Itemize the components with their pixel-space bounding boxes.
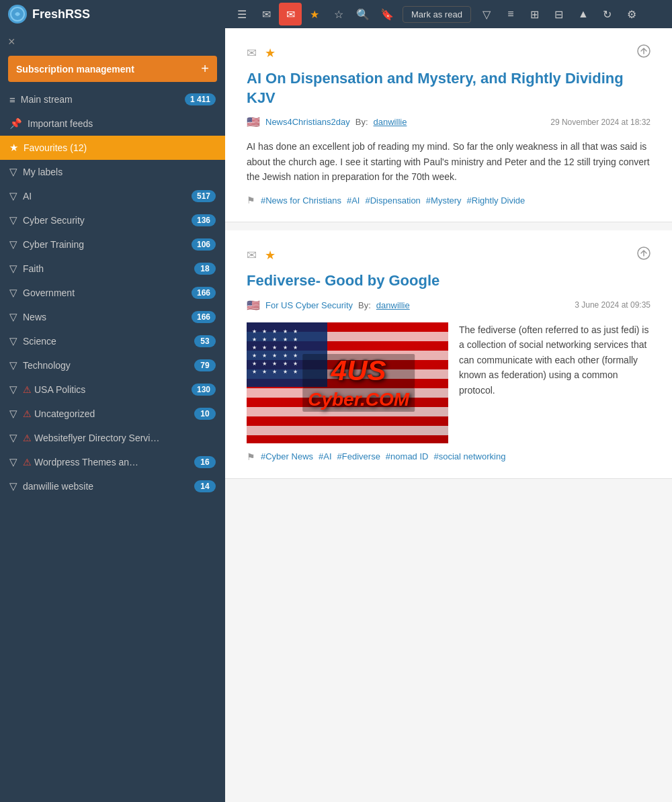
article-tag-link[interactable]: #nomad ID	[386, 451, 429, 461]
article-star-button[interactable]: ★	[265, 248, 276, 263]
sidebar-item-label: Government	[23, 287, 192, 298]
sidebar-item-usa-politics[interactable]: ▽ ⚠ USA Politics 130	[0, 377, 225, 402]
all-articles-button[interactable]: ✉	[255, 3, 278, 26]
article-actions: ✉ ★	[247, 247, 650, 263]
sidebar-item-technology[interactable]: ▽ Technology 79	[0, 353, 225, 377]
app-logo[interactable]: FreshRSS	[0, 0, 225, 28]
alert-button[interactable]: ▲	[572, 3, 595, 26]
toolbar: FreshRSS ☰ ✉ ✉ ★ ☆ 🔍 🔖 Mark as read ▽ ≡ …	[0, 0, 672, 28]
article-author-link[interactable]: danwillie	[376, 300, 410, 310]
danwillie-badge: 14	[194, 480, 216, 492]
article-meta: 🇺🇸 For US Cyber Security By: danwillie 3…	[247, 299, 650, 312]
article-separator	[225, 222, 672, 230]
article-top-left: ✉ ★	[247, 46, 276, 60]
tags-button[interactable]: 🔖	[376, 3, 398, 26]
article-card: ✉ ★ AI On Dispensation and Mystery, and …	[225, 28, 672, 222]
article-content-with-image: ★ ★ ★ ★ ★★ ★ ★ ★ ★★ ★ ★ ★ ★★ ★ ★ ★ ★★ ★ …	[247, 322, 650, 451]
mark-as-read-button[interactable]: Mark as read	[403, 6, 471, 23]
dropdown-icon: ▽	[9, 190, 17, 202]
filter-button[interactable]: ▽	[475, 3, 498, 26]
sidebar-item-news[interactable]: ▽ News 166	[0, 305, 225, 329]
article-by-label: By:	[355, 117, 368, 127]
sidebar-item-ai[interactable]: ▽ AI 517	[0, 184, 225, 208]
list-view-button[interactable]: ☰	[230, 3, 253, 26]
article-source-link[interactable]: For US Cyber Security	[265, 300, 353, 310]
content-area: ✉ ★ AI On Dispensation and Mystery, and …	[225, 28, 672, 802]
article-mark-read-button[interactable]: ✉	[247, 248, 257, 263]
grid-view-button[interactable]: ⊞	[523, 3, 546, 26]
article-star-button[interactable]: ★	[265, 46, 276, 60]
warning-icon: ⚠	[23, 384, 32, 395]
sidebar-item-faith[interactable]: ▽ Faith 18	[0, 257, 225, 281]
science-badge: 53	[194, 335, 216, 347]
article-mark-read-button[interactable]: ✉	[247, 46, 257, 60]
search-button[interactable]: 🔍	[351, 3, 374, 26]
article-body: AI has done an excellent job of reading …	[247, 139, 650, 184]
sidebar-item-label: Wordpress Themes an…	[34, 457, 194, 467]
pin-icon: 📌	[9, 118, 22, 130]
sidebar-item-label: Cyber Security	[23, 215, 192, 226]
dropdown-icon: ▽	[9, 311, 17, 323]
refresh-button[interactable]: ↻	[596, 3, 619, 26]
article-source-link[interactable]: News4Christians2day	[265, 117, 350, 127]
compact-view-button[interactable]: ⊟	[548, 3, 571, 26]
warning-icon: ⚠	[23, 408, 32, 419]
favourites-button[interactable]: ★	[303, 3, 326, 26]
article-by-label: By:	[358, 300, 371, 310]
article-tag-link[interactable]: #Cyber News	[261, 451, 313, 461]
sidebar-item-label: AI	[23, 191, 192, 202]
article-tag-link[interactable]: #AI	[319, 451, 332, 461]
bookmarks-button[interactable]: ☆	[327, 3, 350, 26]
article-author-link[interactable]: danwillie	[374, 117, 407, 127]
sidebar-item-government[interactable]: ▽ Government 166	[0, 281, 225, 305]
article-tags: ⚑ #Cyber News #AI #Fediverse #nomad ID #…	[247, 451, 650, 462]
sidebar-item-important-feeds[interactable]: 📌 Important feeds	[0, 112, 225, 136]
article-share-button[interactable]	[637, 247, 650, 263]
subscription-management-button[interactable]: Subscription management +	[8, 56, 217, 82]
government-badge: 166	[192, 287, 216, 299]
technology-badge: 79	[194, 359, 216, 371]
dropdown-icon: ▽	[9, 335, 17, 347]
settings-button[interactable]: ⚙	[620, 3, 643, 26]
article-share-button[interactable]	[637, 44, 650, 61]
sidebar-item-label: Technology	[23, 360, 194, 371]
sidebar-item-label: Favourites (12)	[24, 142, 216, 153]
sidebar-item-science[interactable]: ▽ Science 53	[0, 329, 225, 353]
sidebar-item-label: Uncategorized	[34, 408, 194, 419]
article-tag-link[interactable]: #Rightly Divide	[467, 195, 526, 206]
sidebar-item-label: USA Politics	[34, 384, 192, 395]
sidebar-item-websiteflyer[interactable]: ▽ ⚠ Websiteflyer Directory Servi…	[0, 426, 225, 450]
dropdown-icon: ▽	[9, 166, 17, 178]
sidebar-item-my-labels[interactable]: ▽ My labels	[0, 160, 225, 184]
add-subscription-icon: +	[201, 61, 209, 77]
faith-badge: 18	[194, 263, 216, 275]
sidebar-item-cyber-training[interactable]: ▽ Cyber Training 106	[0, 232, 225, 257]
toolbar-actions: ☰ ✉ ✉ ★ ☆ 🔍 🔖 Mark as read ▽ ≡ ⊞ ⊟ ▲ ↻ ⚙	[225, 3, 672, 26]
sidebar-item-favourites[interactable]: ★ Favourites (12)	[0, 136, 225, 160]
article-tag-link[interactable]: #Fediverse	[337, 451, 380, 461]
usa-politics-badge: 130	[192, 384, 216, 396]
sidebar-item-wordpress-themes[interactable]: ▽ ⚠ Wordpress Themes an… 16	[0, 450, 225, 474]
article-tag-link[interactable]: #social networking	[433, 451, 505, 461]
dropdown-icon: ▽	[9, 359, 17, 371]
article-tag-link[interactable]: #Mystery	[426, 195, 462, 206]
sidebar-item-danwillie-website[interactable]: ▽ danwillie website 14	[0, 474, 225, 498]
warning-icon: ⚠	[23, 457, 32, 467]
article-tag-link[interactable]: #Dispensation	[365, 195, 420, 206]
article-tag-link[interactable]: #News for Christians	[261, 195, 341, 206]
uncategorized-badge: 10	[194, 408, 216, 420]
unread-button[interactable]: ✉	[279, 3, 302, 26]
article-tag-link[interactable]: #AI	[347, 195, 360, 206]
article-title[interactable]: AI On Dispensation and Mystery, and Righ…	[247, 69, 650, 107]
sidebar-item-cyber-security[interactable]: ▽ Cyber Security 136	[0, 208, 225, 232]
main-layout: × Subscription management + ≡ Main strea…	[0, 28, 672, 802]
sidebar-item-main-stream[interactable]: ≡ Main stream 1 411	[0, 87, 225, 112]
warning-icon: ⚠	[23, 433, 32, 443]
source-flag: 🇺🇸	[247, 299, 260, 312]
sidebar-item-label: My labels	[23, 167, 216, 177]
sidebar-item-uncategorized[interactable]: ▽ ⚠ Uncategorized 10	[0, 402, 225, 426]
reading-mode-button[interactable]: ≡	[499, 3, 522, 26]
sidebar-close-button[interactable]: ×	[0, 28, 225, 56]
sidebar-item-label: Websiteflyer Directory Servi…	[34, 433, 216, 443]
article-title[interactable]: Fediverse- Good by Google	[247, 271, 650, 291]
